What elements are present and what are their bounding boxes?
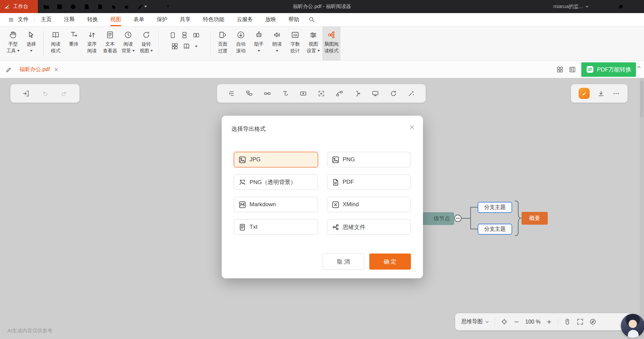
export-option-png[interactable]: PNG: [327, 152, 411, 167]
zoom-out-button[interactable]: [514, 319, 520, 325]
vertical-scrollbar[interactable]: [640, 78, 644, 339]
presentation-icon[interactable]: [372, 90, 379, 97]
menu-file[interactable]: 文件: [18, 16, 29, 23]
ink-sign-icon[interactable]: [137, 3, 147, 10]
outline-topic-icon[interactable]: [228, 90, 235, 97]
collapse-minus-button[interactable]: [454, 215, 462, 222]
export-option-txt[interactable]: Txt: [234, 219, 318, 235]
export-option-xmind[interactable]: XMind: [327, 197, 411, 212]
redo-icon[interactable]: [60, 90, 68, 97]
hamburger-icon[interactable]: [8, 17, 14, 23]
ribbon-reflow[interactable]: 重排: [65, 26, 83, 60]
collapse-up-icon[interactable]: [637, 65, 641, 69]
ai-beautify-icon[interactable]: [408, 90, 415, 97]
layout-dropdown-icon[interactable]: [195, 46, 198, 47]
ribbon-reverse-read[interactable]: 逆序 阅读: [83, 26, 101, 60]
ribbon-read-background[interactable]: 阅读 背景: [119, 26, 137, 60]
undo-icon[interactable]: [110, 3, 117, 10]
continuous-page-icon[interactable]: [181, 32, 188, 39]
menu-item-comment[interactable]: 注释: [64, 13, 75, 26]
menu-item-share[interactable]: 共享: [180, 13, 191, 26]
dialog-close-icon[interactable]: [409, 124, 415, 130]
mindmap-branch-node[interactable]: 分支主题: [478, 202, 512, 213]
close-button[interactable]: [629, 0, 644, 13]
relation-icon[interactable]: [336, 90, 343, 97]
fullscreen-icon[interactable]: [577, 318, 584, 325]
ribbon-read-mode[interactable]: 阅读 模式: [47, 26, 65, 60]
ribbon-rotate-view[interactable]: 旋转 视图: [137, 26, 155, 60]
undo-icon[interactable]: [41, 90, 49, 97]
export-option-png-transparent[interactable]: PNG（透明背景）: [234, 174, 318, 190]
mindmap-branch-node[interactable]: 分支主题: [478, 224, 512, 235]
mode-dropdown[interactable]: 思维导图: [461, 318, 489, 325]
more-ellipsis-icon[interactable]: [612, 90, 620, 97]
summary-brace-icon[interactable]: [354, 90, 361, 97]
export-option-mind-file[interactable]: 思绪文件: [327, 219, 411, 235]
mouse-mode-icon[interactable]: [564, 318, 571, 325]
export-option-markdown[interactable]: Markdown: [234, 197, 318, 212]
zoom-in-button[interactable]: [546, 319, 552, 325]
menu-item-convert[interactable]: 转换: [87, 13, 98, 26]
mindmap-level-node[interactable]: 级节点: [418, 212, 454, 225]
ribbon-label: 过渡: [218, 48, 227, 54]
add-sibling-icon[interactable]: [246, 90, 253, 97]
search-icon[interactable]: [309, 13, 315, 26]
menu-item-view[interactable]: 视图: [110, 13, 121, 26]
ribbon-word-count[interactable]: AB 字数 统计: [286, 26, 304, 60]
ribbon-view-settings[interactable]: 视图 设置: [304, 26, 322, 60]
export-option-jpg[interactable]: JPG: [234, 152, 318, 167]
menu-item-features[interactable]: 特色功能: [203, 13, 224, 26]
ok-button[interactable]: 确 定: [369, 253, 411, 270]
menu-item-slideshow[interactable]: 放映: [265, 13, 276, 26]
frame-capture-icon[interactable]: [318, 90, 325, 97]
ribbon-assistant[interactable]: 助手: [250, 26, 268, 60]
single-page-icon[interactable]: [169, 32, 176, 39]
minimize-button[interactable]: [598, 0, 613, 13]
ribbon-read-aloud[interactable]: 朗读: [268, 26, 286, 60]
scrollbar-thumb[interactable]: [640, 81, 643, 118]
facing-continuous-icon[interactable]: [171, 43, 178, 50]
page-panel-icon[interactable]: [569, 66, 576, 73]
open-folder-icon[interactable]: [43, 3, 50, 10]
ribbon-text-viewer[interactable]: 文本 查看器: [101, 26, 119, 60]
export-page-icon[interactable]: [83, 3, 90, 10]
document-tab[interactable]: 福昕办公.pdf: [16, 61, 62, 78]
menu-item-protect[interactable]: 保护: [157, 13, 167, 26]
export-option-pdf[interactable]: PDF: [327, 174, 411, 190]
ribbon-page-transition[interactable]: 页面 过渡: [214, 26, 232, 60]
import-node-icon[interactable]: [22, 90, 30, 97]
ribbon-hand-tool[interactable]: 手型 工具: [4, 26, 22, 60]
account-menu[interactable]: miarua的监...: [553, 3, 589, 10]
menu-item-form[interactable]: 表单: [133, 13, 144, 26]
facing-page-icon[interactable]: [193, 32, 200, 39]
pdf-convert-button[interactable]: PDF万能转换: [581, 62, 636, 77]
new-page-icon[interactable]: [97, 3, 103, 10]
print-icon[interactable]: [70, 3, 76, 10]
grid-view-icon[interactable]: [556, 66, 564, 73]
customize-toolbar-icon[interactable]: [165, 4, 171, 10]
ribbon-auto-scroll[interactable]: 自动 滚动: [232, 26, 250, 60]
book-view-icon[interactable]: [183, 43, 190, 50]
download-icon[interactable]: [597, 90, 605, 97]
ribbon-select-tool[interactable]: 选择: [22, 26, 40, 60]
menu-item-home[interactable]: 主页: [41, 13, 52, 26]
save-icon[interactable]: [56, 3, 63, 10]
user-avatar[interactable]: [621, 314, 644, 338]
add-subtopic-icon[interactable]: [264, 90, 271, 97]
theme-refresh-icon[interactable]: [390, 90, 397, 97]
tab-close-icon[interactable]: [54, 67, 58, 72]
compass-icon[interactable]: [589, 318, 596, 325]
menu-item-cloud[interactable]: 云服务: [237, 13, 253, 26]
redo-icon[interactable]: [123, 3, 130, 10]
insert-node-icon[interactable]: [300, 90, 307, 97]
center-view-icon[interactable]: [501, 318, 508, 325]
ribbon-mindmap-mode[interactable]: 脑图阅 读模式: [322, 26, 340, 60]
foxit-orange-badge[interactable]: [579, 88, 590, 99]
mindmap-summary-node[interactable]: 概要: [522, 212, 548, 225]
cancel-button[interactable]: 取 消: [323, 253, 364, 270]
menu-item-help[interactable]: 帮助: [288, 13, 299, 26]
restore-button[interactable]: [613, 0, 629, 13]
edit-text-icon[interactable]: [282, 90, 289, 97]
workspace-button[interactable]: 工作台: [0, 0, 38, 13]
pencil-icon[interactable]: [5, 66, 12, 73]
